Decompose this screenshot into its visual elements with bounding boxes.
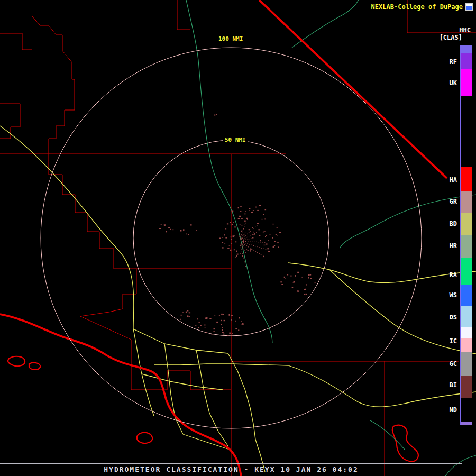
- legend-colorbar-segment-5: [461, 191, 472, 213]
- legend-colorbar-segment-14: [461, 376, 472, 398]
- radar-app: 100 NMI 50 NMI NEXLAB-College of DuPage …: [0, 0, 476, 476]
- legend-colorbar-segment-4: [461, 167, 472, 191]
- highways: [0, 126, 476, 472]
- legend-label-RF: RF: [450, 58, 457, 66]
- status-bar-text: HYDROMETEOR CLASSIFICATION - KEYX 10 JAN…: [0, 465, 462, 473]
- legend-label-UK: UK: [450, 79, 457, 87]
- legend-colorbar-segment-3: [461, 96, 472, 167]
- site-header: NEXLAB-College of DuPage: [371, 3, 473, 11]
- legend-colorbar-segment-13: [461, 352, 472, 376]
- status-divider: [0, 463, 462, 464]
- legend-colorbar-segment-10: [461, 306, 472, 327]
- legend-label-BI: BI: [450, 381, 457, 389]
- site-title: NEXLAB-College of DuPage: [371, 3, 463, 11]
- lake-outlines: [8, 356, 418, 462]
- legend-label-GR: GR: [450, 197, 457, 206]
- legend-label-HA: HA: [450, 176, 457, 184]
- legend-colorbar-segment-16: [461, 422, 472, 425]
- legend-label-WS: WS: [450, 291, 457, 299]
- legend-subtitle: [CLAS]: [440, 34, 462, 41]
- legend-label-RA: RA: [450, 271, 457, 279]
- legend-colorbar-segment-6: [461, 213, 472, 235]
- legend-colorbar-segment-0: [461, 45, 472, 53]
- legend-label-HR: HR: [450, 242, 457, 250]
- legend-colorbar-segment-9: [461, 285, 472, 306]
- legend-label-BD: BD: [450, 219, 457, 228]
- radar-echoes: [159, 114, 316, 336]
- legend-label-GC: GC: [450, 360, 457, 368]
- cod-logo-icon: [465, 3, 473, 11]
- legend-colorbar-segment-2: [461, 69, 472, 96]
- radar-map[interactable]: [0, 0, 476, 476]
- county-borders: [0, 0, 476, 476]
- legend-label-DS: DS: [450, 313, 457, 322]
- rivers: [186, 0, 476, 476]
- legend-title: HHC: [459, 26, 471, 34]
- legend-colorbar-segment-7: [461, 235, 472, 258]
- legend-colorbar-segment-1: [461, 53, 472, 69]
- legend-label-ND: ND: [450, 406, 457, 414]
- range-ring-label-100nmi: 100 NMI: [217, 35, 244, 42]
- legend-colorbar-segment-11: [461, 327, 472, 338]
- legend-colorbar-segment-15: [461, 398, 472, 422]
- legend-colorbar-segment-8: [461, 258, 472, 285]
- legend-label-IC: IC: [450, 337, 457, 345]
- interstate-highways: [0, 0, 447, 476]
- legend-colorbar-segment-12: [461, 338, 472, 352]
- range-ring-label-50nmi: 50 NMI: [223, 136, 248, 143]
- legend-colorbar[interactable]: [460, 45, 472, 425]
